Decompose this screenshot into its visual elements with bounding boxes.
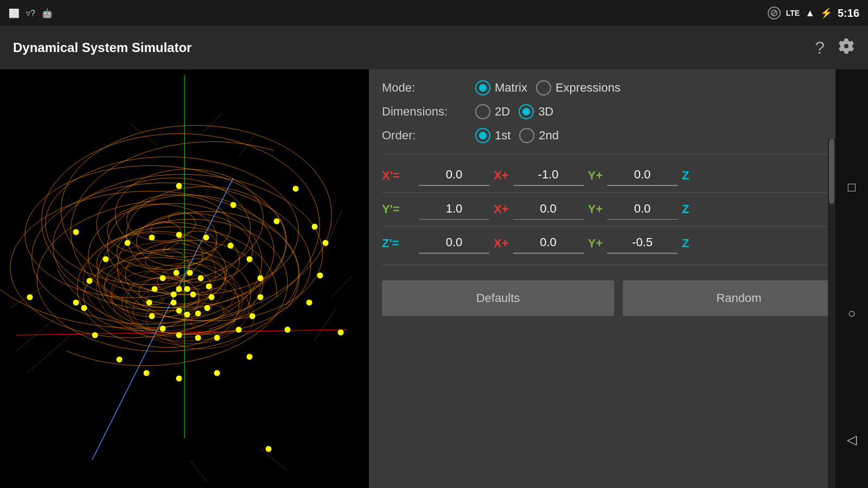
y-eq-label: Y'= bbox=[382, 202, 414, 216]
order-2nd-option[interactable]: 2nd bbox=[519, 128, 559, 143]
status-bar: ⬜ ▿? 🤖 ⊘ LTE ▲ ⚡ 5:16 bbox=[0, 0, 868, 26]
x-value-2: 0.0 bbox=[634, 165, 651, 184]
x-value-1: -1.0 bbox=[538, 165, 559, 184]
mode-row: Mode: Matrix Expressions bbox=[382, 80, 855, 95]
z-value-0: 0.0 bbox=[446, 233, 463, 252]
z-value-2: -0.5 bbox=[632, 233, 653, 252]
x-value-0: 0.0 bbox=[446, 165, 463, 184]
dimensions-row: Dimensions: 2D 3D bbox=[382, 104, 855, 119]
order-1st-radio[interactable] bbox=[475, 128, 490, 143]
app-title: Dynamical System Simulator bbox=[13, 40, 192, 55]
x-var-1: Y+ bbox=[588, 169, 603, 183]
defaults-button[interactable]: Defaults bbox=[382, 280, 614, 316]
x-underline-2 bbox=[607, 185, 678, 186]
order-radio-group: 1st 2nd bbox=[475, 128, 559, 143]
y-value-1: 0.0 bbox=[540, 200, 557, 218]
settings-button[interactable] bbox=[838, 37, 855, 59]
y-value-2: 0.0 bbox=[634, 200, 651, 218]
mode-label: Mode: bbox=[382, 81, 469, 95]
scrollbar[interactable] bbox=[828, 139, 835, 488]
battery-icon: ⚡ bbox=[820, 7, 832, 19]
z-field-2[interactable]: -0.5 bbox=[607, 233, 678, 254]
random-button[interactable]: Random bbox=[623, 280, 855, 316]
z-field-1[interactable]: 0.0 bbox=[513, 233, 584, 254]
mode-expressions-label: Expressions bbox=[556, 81, 621, 95]
y-field-1[interactable]: 0.0 bbox=[513, 200, 584, 220]
y-var-0: X+ bbox=[494, 202, 509, 216]
dimensions-2d-label: 2D bbox=[495, 105, 510, 119]
dimensions-3d-radio[interactable] bbox=[519, 104, 534, 119]
action-buttons: Defaults Random bbox=[382, 280, 855, 316]
nav-back-icon[interactable]: ◁ bbox=[847, 432, 857, 447]
dimensions-2d-radio[interactable] bbox=[475, 104, 490, 119]
nav-circle-icon[interactable]: ○ bbox=[848, 306, 856, 321]
status-icons-left: ⬜ ▿? 🤖 bbox=[9, 8, 53, 18]
app-bar: Dynamical System Simulator ? bbox=[0, 26, 868, 69]
mode-matrix-radio[interactable] bbox=[475, 80, 490, 95]
x-eq-label: X'= bbox=[382, 169, 414, 183]
simulation-canvas[interactable] bbox=[0, 69, 369, 488]
z-var-0: X+ bbox=[494, 236, 509, 251]
right-panel: Mode: Matrix Expressions Dimensions: 2D bbox=[369, 69, 868, 488]
x-field-2[interactable]: 0.0 bbox=[607, 165, 678, 186]
mode-matrix-option[interactable]: Matrix bbox=[475, 80, 527, 95]
matrix-row-y: Y'= 1.0 X+ 0.0 Y+ 0.0 Z bbox=[382, 200, 855, 220]
order-1st-option[interactable]: 1st bbox=[475, 128, 510, 143]
divider-1 bbox=[382, 154, 855, 155]
z-var-1: Y+ bbox=[588, 236, 603, 251]
no-signal-icon: ⊘ bbox=[768, 7, 781, 20]
z-var-2: Z bbox=[682, 236, 689, 251]
matrix-section: X'= 0.0 X+ -1.0 Y+ 0.0 Z bbox=[382, 165, 855, 254]
signal-icon: ▲ bbox=[805, 8, 815, 19]
status-icons-right: ⊘ LTE ▲ ⚡ 5:16 bbox=[768, 7, 859, 20]
lte-icon: LTE bbox=[786, 9, 800, 17]
z-underline-1 bbox=[513, 253, 584, 254]
android-nav-bar: □ ○ ◁ bbox=[835, 69, 868, 488]
y-var-2: Z bbox=[682, 202, 689, 216]
order-2nd-radio[interactable] bbox=[519, 128, 534, 143]
y-field-2[interactable]: 0.0 bbox=[607, 200, 678, 220]
divider-4 bbox=[382, 265, 855, 265]
y-var-1: Y+ bbox=[588, 202, 603, 216]
x-field-1[interactable]: -1.0 bbox=[513, 165, 584, 186]
mode-radio-group: Matrix Expressions bbox=[475, 80, 621, 95]
dimensions-3d-label: 3D bbox=[538, 105, 553, 119]
clock: 5:16 bbox=[838, 7, 859, 20]
nav-square-icon[interactable]: □ bbox=[848, 179, 856, 195]
y-value-0: 1.0 bbox=[446, 200, 463, 218]
order-2nd-label: 2nd bbox=[539, 129, 559, 143]
mode-expressions-radio[interactable] bbox=[536, 80, 551, 95]
main-content: Mode: Matrix Expressions Dimensions: 2D bbox=[0, 69, 868, 488]
viz-panel bbox=[0, 69, 369, 488]
mode-matrix-label: Matrix bbox=[495, 81, 527, 95]
order-1st-label: 1st bbox=[495, 129, 510, 143]
mode-expressions-option[interactable]: Expressions bbox=[536, 80, 621, 95]
y-field-0[interactable]: 1.0 bbox=[419, 200, 489, 220]
matrix-row-z: Z'= 0.0 X+ 0.0 Y+ -0.5 Z bbox=[382, 233, 855, 254]
dimensions-3d-option[interactable]: 3D bbox=[519, 104, 553, 119]
y-underline-1 bbox=[513, 219, 584, 220]
dimensions-radio-group: 2D 3D bbox=[475, 104, 553, 119]
android-icon: 🤖 bbox=[42, 8, 53, 18]
dimensions-2d-option[interactable]: 2D bbox=[475, 104, 510, 119]
divider-3 bbox=[382, 226, 855, 227]
scrollbar-thumb[interactable] bbox=[829, 139, 834, 204]
order-row: Order: 1st 2nd bbox=[382, 128, 855, 143]
x-underline-1 bbox=[513, 185, 584, 186]
z-underline-0 bbox=[419, 253, 489, 254]
image-icon: ⬜ bbox=[9, 8, 20, 18]
z-underline-2 bbox=[607, 253, 678, 254]
wifi-icon: ▿? bbox=[26, 8, 35, 18]
app-bar-actions: ? bbox=[815, 37, 855, 59]
help-button[interactable]: ? bbox=[815, 38, 825, 58]
z-eq-label: Z'= bbox=[382, 236, 414, 251]
divider-2 bbox=[382, 192, 855, 193]
settings-gear-icon bbox=[838, 37, 855, 55]
z-value-1: 0.0 bbox=[540, 233, 557, 252]
matrix-row-x: X'= 0.0 X+ -1.0 Y+ 0.0 Z bbox=[382, 165, 855, 186]
z-field-0[interactable]: 0.0 bbox=[419, 233, 489, 254]
y-underline-2 bbox=[607, 219, 678, 220]
order-label: Order: bbox=[382, 129, 469, 143]
x-var-2: Z bbox=[682, 169, 689, 183]
x-field-0[interactable]: 0.0 bbox=[419, 165, 489, 186]
